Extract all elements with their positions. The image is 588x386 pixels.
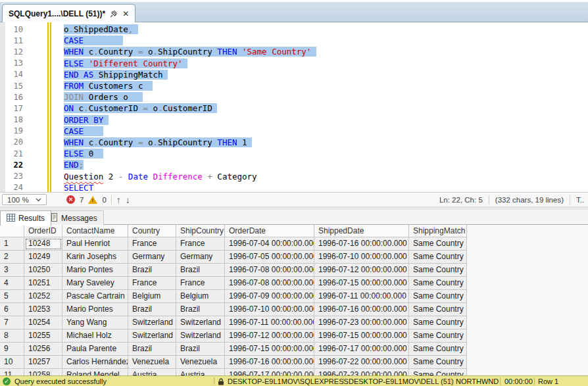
grid-cell[interactable]: France (176, 277, 225, 290)
grid-cell[interactable]: Same Country (409, 329, 467, 343)
code-line[interactable]: 10o.ShippedDate, (0, 24, 588, 35)
grid-column-header[interactable]: ShippingMatch (409, 225, 467, 237)
row-number-cell[interactable]: 9 (0, 343, 24, 356)
grid-cell[interactable]: Same Country (409, 343, 467, 356)
warning-icon[interactable]: ! (88, 196, 97, 204)
grid-cell[interactable]: 10250 (24, 264, 62, 277)
row-number-cell[interactable]: 7 (0, 316, 24, 329)
document-tab[interactable]: SQLQuery1....\DELL (51))* ✕ (2, 4, 135, 22)
grid-cell[interactable]: 1996-07-16 00:00:00.000 (314, 303, 409, 316)
grid-cell[interactable]: Karin Josephs (62, 251, 128, 264)
grid-cell[interactable]: Brazil (128, 303, 176, 316)
error-count[interactable]: 7 (80, 196, 84, 204)
grid-cell[interactable]: Mario Pontes (62, 264, 128, 277)
grid-cell[interactable]: Germany (128, 251, 176, 264)
row-number-cell[interactable]: 11 (0, 369, 24, 375)
grid-column-header[interactable]: ContactName (62, 225, 128, 237)
grid-cell[interactable]: France (128, 237, 176, 251)
grid-cell[interactable]: Brazil (176, 303, 225, 316)
grid-column-header[interactable]: ShipCountry (176, 225, 225, 237)
grid-cell[interactable]: 10255 (24, 329, 62, 343)
code-line[interactable]: 15FROM Customers c (0, 80, 588, 91)
grid-column-header[interactable]: Country (128, 225, 176, 237)
grid-cell[interactable]: 1996-07-08 00:00:00.000 (225, 277, 314, 290)
code-line[interactable]: 22END; (0, 159, 588, 170)
grid-cell[interactable]: 1996-07-12 00:00:00.000 (225, 329, 314, 343)
grid-cell[interactable]: 1996-07-22 00:00:00.000 (314, 356, 409, 369)
grid-cell[interactable]: 1996-07-15 00:00:00.000 (314, 329, 409, 343)
grid-cell[interactable]: 10256 (24, 343, 62, 356)
grid-cell[interactable]: Same Country (409, 303, 467, 316)
grid-cell[interactable]: 1996-07-11 00:00:00.000 (314, 290, 409, 303)
grid-cell[interactable]: Pascale Cartrain (62, 290, 128, 303)
grid-cell[interactable]: Brazil (128, 264, 176, 277)
grid-cell[interactable]: Paul Henriot (62, 237, 128, 251)
grid-cell[interactable]: Germany (176, 251, 225, 264)
grid-corner-cell[interactable] (0, 225, 24, 237)
grid-cell[interactable]: France (128, 277, 176, 290)
code-line[interactable]: 23Question 2 - Date Difference + Categor… (0, 170, 588, 181)
grid-column-header[interactable]: OrderID (24, 225, 62, 237)
grid-cell[interactable]: Switzerland (128, 329, 176, 343)
grid-cell[interactable]: 10249 (24, 251, 62, 264)
grid-cell[interactable]: 1996-07-10 00:00:00.000 (225, 303, 314, 316)
grid-cell[interactable]: Switzerland (128, 316, 176, 329)
grid-cell[interactable]: 1996-07-16 00:00:00.000 (314, 237, 409, 251)
row-number-cell[interactable]: 1 (0, 237, 24, 251)
grid-cell[interactable]: 1996-07-15 00:00:00.000 (225, 343, 314, 356)
code-line[interactable]: 16JOIN Orders o (0, 91, 588, 103)
tab-results[interactable]: Results (0, 210, 51, 226)
grid-cell[interactable]: 10257 (24, 356, 62, 369)
row-number-cell[interactable]: 8 (0, 329, 24, 343)
grid-cell[interactable]: Switzerland (176, 329, 225, 343)
grid-cell[interactable]: Same Country (409, 316, 467, 329)
code-line[interactable]: 12WHEN c.Country = o.ShipCountry THEN 'S… (0, 46, 588, 57)
row-number-cell[interactable]: 5 (0, 290, 24, 303)
grid-cell[interactable]: Yang Wang (62, 316, 128, 329)
code-line[interactable]: 14END AS ShippingMatch (0, 69, 588, 80)
error-icon[interactable]: ✕ (66, 195, 75, 204)
row-number-cell[interactable]: 2 (0, 251, 24, 264)
grid-cell[interactable]: 1996-07-05 00:00:00.000 (225, 251, 314, 264)
grid-cell[interactable]: 1996-07-10 00:00:00.000 (314, 251, 409, 264)
grid-cell[interactable]: Brazil (176, 264, 225, 277)
grid-cell[interactable]: 1996-07-08 00:00:00.000 (225, 264, 314, 277)
grid-cell[interactable]: Belgium (128, 290, 176, 303)
grid-cell[interactable]: 1996-07-23 00:00:00.000 (314, 369, 409, 375)
code-line[interactable]: 18ORDER BY (0, 114, 588, 126)
grid-cell[interactable]: Venezuela (176, 356, 225, 369)
row-number-cell[interactable]: 3 (0, 264, 24, 277)
grid-cell[interactable]: Same Country (409, 264, 467, 277)
grid-cell[interactable]: Same Country (409, 237, 467, 251)
grid-cell[interactable]: 1996-07-04 00:00:00.000 (225, 237, 314, 251)
close-icon[interactable]: ✕ (122, 10, 129, 18)
grid-cell[interactable]: Michael Holz (62, 329, 128, 343)
code-line[interactable]: 19CASE (0, 126, 588, 137)
warning-count[interactable]: 0 (102, 196, 106, 204)
code-line[interactable]: 20WHEN c.Country = o.ShipCountry THEN 1 (0, 137, 588, 148)
grid-column-header[interactable]: OrderDate (225, 225, 314, 237)
grid-cell[interactable]: Same Country (409, 251, 467, 264)
grid-cell[interactable]: Venezuela (128, 356, 176, 369)
arrow-down-icon[interactable]: ↓ (126, 195, 130, 205)
row-number-cell[interactable]: 10 (0, 356, 24, 369)
grid-cell[interactable]: Belgium (176, 290, 225, 303)
sql-editor[interactable]: 10o.ShippedDate, 11CASE 12WHEN c.Country… (0, 22, 588, 192)
grid-cell[interactable]: Same Country (409, 290, 467, 303)
grid-cell[interactable]: 1996-07-09 00:00:00.000 (225, 290, 314, 303)
grid-cell[interactable]: 10248 (24, 237, 62, 251)
grid-cell[interactable]: Same Country (409, 356, 467, 369)
grid-cell[interactable]: Austria (176, 369, 225, 375)
grid-cell[interactable]: Same Country (409, 277, 467, 290)
grid-cell[interactable]: 1996-07-11 00:00:00.000 (225, 316, 314, 329)
grid-cell[interactable]: Same Country (409, 369, 467, 375)
grid-column-header[interactable]: ShippedDate (314, 225, 409, 237)
grid-cell[interactable]: Austria (128, 369, 176, 375)
grid-cell[interactable]: Paula Parente (62, 343, 128, 356)
grid-cell[interactable]: Mary Saveley (62, 277, 128, 290)
grid-cell[interactable]: 10253 (24, 303, 62, 316)
grid-cell[interactable]: 1996-07-23 00:00:00.000 (314, 316, 409, 329)
grid-cell[interactable]: Brazil (128, 343, 176, 356)
row-number-cell[interactable]: 4 (0, 277, 24, 290)
grid-cell[interactable]: 1996-07-15 00:00:00.000 (314, 277, 409, 290)
